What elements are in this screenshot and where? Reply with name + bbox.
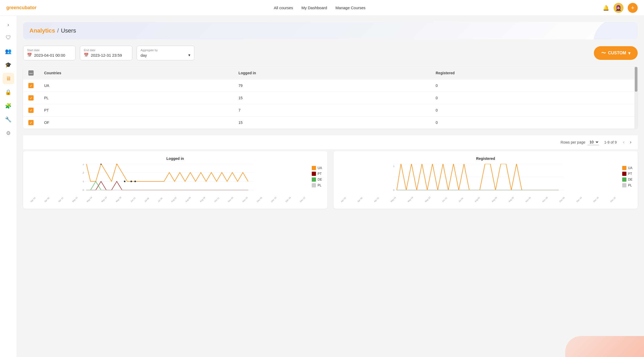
row-country: UA	[39, 80, 233, 92]
legend-reg-pt: PT	[622, 172, 632, 176]
legend-label-ua: UA	[318, 166, 322, 170]
sidebar-item-tools[interactable]: 🔧	[3, 114, 14, 125]
svg-point-12	[134, 181, 136, 182]
legend-reg-ua: UA	[622, 166, 632, 170]
svg-text:3: 3	[83, 164, 84, 166]
end-date-label: End date	[84, 49, 128, 52]
table-header-countries: Countries	[39, 67, 233, 80]
breadcrumb-separator: /	[57, 27, 59, 34]
row-logged-in: 15	[233, 117, 430, 129]
start-date-field[interactable]: Start date 📅 2023-04-01 00:00	[23, 46, 76, 60]
legend-color-pl	[312, 183, 316, 187]
legend-color-de	[312, 177, 316, 182]
x-label: Jul 28	[157, 197, 163, 203]
custom-button-label: CUSTOM	[608, 51, 626, 55]
row-checkbox[interactable]: ✓	[28, 120, 34, 125]
row-checkbox[interactable]: ✓	[28, 83, 34, 88]
legend-color-pt	[312, 172, 316, 176]
row-registered: 0	[430, 117, 638, 129]
end-date-field[interactable]: End date 📅 2023-12-31 23:59	[80, 46, 132, 60]
row-checkbox-cell[interactable]: ✓	[23, 92, 39, 104]
aggregate-by-field[interactable]: Aggregate by day ▾	[137, 46, 194, 60]
legend-reg-color-ua	[622, 166, 626, 170]
page-navigation: ‹ ›	[622, 138, 632, 146]
registered-svg-wrap: 0 1 Apr 03 Apr 06 Apr 10	[339, 164, 618, 203]
legend-reg-label-pl: PL	[628, 183, 632, 187]
sidebar-item-lock[interactable]: 🔒	[3, 86, 14, 98]
select-all-checkbox[interactable]: —	[28, 70, 34, 76]
rows-per-page-label: Rows per page	[560, 140, 585, 144]
sidebar-item-shield[interactable]: 🛡	[3, 32, 14, 43]
sidebar-item-settings[interactable]: ⚙	[3, 127, 14, 139]
row-country: PL	[39, 92, 233, 104]
legend-label-pt: PT	[318, 172, 321, 176]
scrollbar-thumb[interactable]	[635, 67, 637, 92]
sidebar-item-puzzle[interactable]: 🧩	[3, 100, 14, 112]
logged-in-chart-area: 0 1 2 3	[28, 164, 322, 203]
next-page-button[interactable]: ›	[629, 138, 632, 146]
svg-text:2: 2	[83, 171, 84, 174]
calendar-icon-end: 📅	[84, 53, 89, 57]
nav-my-dashboard[interactable]: My Dashboard	[302, 6, 327, 10]
breadcrumb-analytics[interactable]: Analytics	[29, 27, 55, 34]
row-logged-in: 7	[233, 104, 430, 117]
sidebar-toggle[interactable]: ›	[6, 20, 11, 30]
logged-in-legend: UA PT DE PL	[312, 164, 322, 203]
start-date-label: Start date	[27, 49, 72, 52]
wave-icon: 〜	[601, 50, 606, 56]
svg-text:1: 1	[83, 180, 84, 183]
registered-chart-title: Registered	[339, 156, 632, 161]
nav-manage-courses[interactable]: Manage Courses	[335, 6, 365, 10]
prev-page-button[interactable]: ‹	[622, 138, 626, 146]
legend-pl: PL	[312, 183, 322, 187]
avatar[interactable]: 🧕	[614, 3, 624, 13]
custom-button[interactable]: 〜 CUSTOM ▾	[594, 46, 638, 60]
sidebar-item-monitor[interactable]: 🖥	[3, 73, 14, 84]
notification-bell-icon[interactable]: 🔔	[603, 5, 609, 11]
pagination-row: Rows per page 10 25 50 1-9 of 9 ‹ ›	[23, 135, 638, 149]
row-checkbox-cell[interactable]: ✓	[23, 104, 39, 117]
row-checkbox[interactable]: ✓	[28, 95, 34, 101]
logged-in-chart: Logged in 0 1 2 3	[23, 151, 327, 209]
x-label: Jul 09	[144, 197, 149, 203]
table-header-registered: Registered	[430, 67, 638, 80]
table-header-checkbox[interactable]: —	[23, 67, 39, 80]
row-registered: 0	[430, 80, 638, 92]
table-row: ✓ OF 15 0	[23, 117, 638, 129]
svg-point-10	[124, 181, 126, 182]
row-checkbox-cell[interactable]: ✓	[23, 117, 39, 129]
sidebar-item-users-group[interactable]: 👥	[3, 45, 14, 57]
logged-in-svg-wrap: 0 1 2 3	[28, 164, 308, 203]
table-row: ✓ UA 79 0	[23, 80, 638, 92]
aggregate-value: day	[141, 53, 147, 57]
row-country: PT	[39, 104, 233, 117]
legend-color-ua	[312, 166, 316, 170]
start-date-value: 2023-04-01 00:00	[34, 53, 65, 57]
rows-per-page-select[interactable]: 10 25 50	[588, 139, 599, 145]
sidebar-item-graduation[interactable]: 🎓	[3, 59, 14, 71]
legend-label-de: DE	[318, 178, 322, 181]
table-row: ✓ PL 15 0	[23, 92, 638, 104]
legend-reg-color-pl	[622, 183, 626, 187]
end-date-value: 2023-12-31 23:59	[91, 53, 122, 57]
breadcrumb-current: Users	[61, 27, 76, 34]
legend-pt: PT	[312, 172, 322, 176]
registered-chart-area: 0 1 Apr 03 Apr 06 Apr 10	[339, 164, 632, 203]
row-logged-in: 15	[233, 92, 430, 104]
row-checkbox[interactable]: ✓	[28, 108, 34, 113]
legend-reg-label-de: DE	[628, 178, 632, 181]
nav-links: All courses My Dashboard Manage Courses	[274, 6, 365, 10]
top-navigation: greencubator All courses My Dashboard Ma…	[0, 0, 644, 16]
legend-reg-label-pt: PT	[628, 172, 632, 176]
scrollbar[interactable]	[635, 67, 638, 129]
chevron-down-icon: ▾	[188, 53, 190, 57]
add-button[interactable]: +	[628, 3, 638, 13]
x-label-reg: Jul 09	[458, 197, 464, 203]
logo[interactable]: greencubator	[6, 5, 37, 10]
registered-chart: Registered 0 1	[334, 151, 638, 209]
rows-per-page: Rows per page 10 25 50	[560, 139, 599, 145]
legend-reg-color-pt	[622, 172, 626, 176]
svg-text:1: 1	[393, 165, 394, 167]
nav-all-courses[interactable]: All courses	[274, 6, 293, 10]
row-checkbox-cell[interactable]: ✓	[23, 80, 39, 92]
